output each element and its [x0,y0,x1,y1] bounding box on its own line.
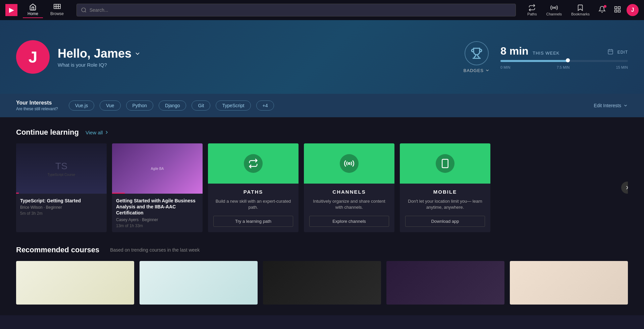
progress-header: 8 min THIS WEEK EDIT [500,45,628,57]
course-card-typescript[interactable]: TS TypeScript Course TypeScript: Getting… [16,143,107,232]
course-meta-agile: Casey Ayers · Beginner [116,217,199,222]
rec-card-1[interactable] [16,261,134,305]
continue-learning-cards: TS TypeScript Course TypeScript: Getting… [16,143,628,232]
try-learning-path-button[interactable]: Try a learning path [213,216,293,227]
course-meta-typescript: Brice Wilson · Beginner [20,205,103,210]
edit-interests-button[interactable]: Edit Interests [594,103,628,108]
hero-avatar: J [16,40,50,74]
interest-tag-git[interactable]: Git [192,101,210,111]
hero-section: J Hello, James What is your Role IQ? BAD… [0,20,644,94]
rec-card-5[interactable] [510,261,628,305]
rec-thumb-4 [386,261,504,305]
badge-trophy [465,41,489,65]
home-icon [29,3,37,11]
arrows-icon [248,158,258,169]
edit-progress-button[interactable]: EDIT [618,50,628,55]
mobile-promo-icon [436,154,454,173]
progress-marker [566,58,570,62]
rec-card-4[interactable] [386,261,504,305]
continue-learning-title: Continue learning [16,128,79,137]
badges-button[interactable]: BADGES [464,41,490,73]
interest-tag-django[interactable]: Django [159,101,186,111]
smartphone-icon [440,158,450,169]
calendar-icon-container[interactable] [607,49,613,56]
browse-icon [53,3,61,11]
promo-card-paths[interactable]: PATHS Build a new skill with an expert-c… [208,143,299,232]
apps-grid[interactable] [611,3,624,17]
rec-thumb-1 [16,261,134,305]
hero-role-iq[interactable]: What is your Role IQ? [58,62,141,68]
svg-rect-1 [56,4,58,6]
promo-bottom-channels: CHANNELS Intuitively organize and share … [304,184,394,232]
course-info-typescript: TypeScript: Getting Started Brice Wilson… [16,194,107,220]
chevron-right-icon [104,130,109,135]
promo-top-mobile [400,143,490,184]
svg-rect-3 [54,6,56,8]
bookmarks-icon [577,4,584,11]
hero-user-info: J Hello, James What is your Role IQ? [16,40,141,74]
interest-tag-python[interactable]: Python [126,101,154,111]
svg-rect-5 [58,6,60,8]
app-logo[interactable]: ▶ [5,4,17,16]
interest-tag-vue[interactable]: Vue [100,101,120,111]
rec-thumb-3 [263,261,381,305]
chevron-down-icon [485,68,490,73]
nav-right-items: Paths Channels Bookmarks J [524,3,639,17]
promo-card-channels[interactable]: CHANNELS Intuitively organize and share … [304,143,394,232]
nav-bookmarks[interactable]: Bookmarks [568,3,593,17]
channels-promo-icon [340,154,359,173]
paths-icon [528,4,536,11]
nav-browse[interactable]: Browse [46,2,68,18]
continue-learning-header: Continue learning View all [16,128,628,137]
main-content: Continue learning View all TS TypeScript… [0,117,644,315]
nav-channels[interactable]: Channels [543,3,565,17]
notification-dot [604,5,606,8]
promo-bottom-paths: PATHS Build a new skill with an expert-c… [208,184,299,232]
recommended-cards [16,261,628,305]
hero-greeting[interactable]: Hello, James [58,47,141,61]
trophy-icon [471,47,483,59]
rec-card-3[interactable] [263,261,381,305]
svg-rect-12 [618,10,620,12]
interest-tag-vuejs[interactable]: Vue.js [69,101,94,111]
svg-rect-2 [58,4,60,6]
svg-point-8 [553,7,555,8]
carousel-next-button[interactable] [621,182,628,194]
rec-thumb-2 [140,261,258,305]
recommended-subtitle: Based on trending courses in the last we… [110,247,200,253]
svg-rect-0 [54,4,56,6]
nav-paths[interactable]: Paths [524,3,540,17]
course-thumb-typescript: TS TypeScript Course [16,143,107,194]
svg-point-6 [82,8,86,12]
notifications-bell[interactable] [596,3,608,17]
promo-card-mobile[interactable]: MOBILE Don't let your location limit you… [400,143,490,232]
interests-bar: Your Interests Are these still relevant?… [0,94,644,117]
continue-learning-section: Continue learning View all TS TypeScript… [16,128,628,232]
svg-rect-4 [56,6,58,8]
recommended-title: Recommended courses [16,246,99,254]
course-card-agile[interactable]: Agile BA Getting Started with Agile Busi… [112,143,203,232]
nav-home[interactable]: Home [23,2,43,18]
rec-thumb-5 [510,261,628,305]
grid-icon [614,6,621,13]
svg-rect-10 [618,7,620,9]
badges-label: BADGES [464,68,490,73]
course-info-agile: Getting Started with Agile Business Anal… [112,194,203,232]
rec-card-2[interactable] [140,261,258,305]
search-input[interactable] [90,7,512,13]
recommended-section: Recommended courses Based on trending co… [16,246,628,305]
course-thumb-agile: Agile BA [112,143,203,194]
hero-stats: BADGES 8 min THIS WEEK EDIT [464,41,628,73]
chevron-right-icon [624,185,628,191]
interest-tag-typescript[interactable]: TypeScript [216,101,251,111]
recommended-header: Recommended courses Based on trending co… [16,246,628,254]
view-all-link[interactable]: View all [86,130,109,135]
svg-rect-9 [615,7,617,9]
interest-tag-more[interactable]: +4 [256,101,274,111]
svg-point-17 [348,163,350,164]
user-avatar[interactable]: J [627,4,639,16]
progress-fill [500,60,568,62]
search-bar[interactable] [76,4,516,16]
explore-channels-button[interactable]: Explore channels [309,216,389,227]
download-app-button[interactable]: Download app [405,216,485,227]
